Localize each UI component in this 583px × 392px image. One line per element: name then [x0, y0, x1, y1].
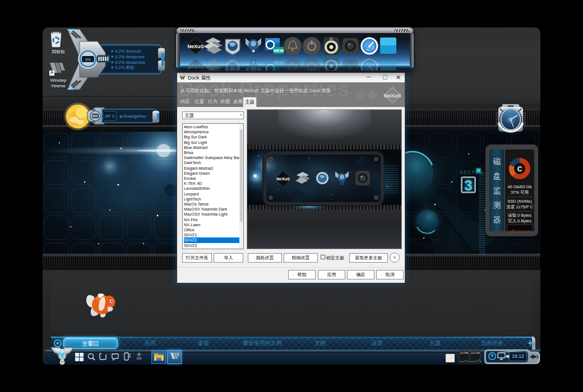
- svg-text:NeXuS: NeXuS: [187, 44, 203, 49]
- svg-text:✦ 0.2% 系统: ✦ 0.2% 系统: [110, 65, 135, 70]
- svg-text:✦ 0.2% Wsservice: ✦ 0.2% Wsservice: [110, 60, 145, 65]
- svg-text:✦ 0.2% Wmiprvse: ✦ 0.2% Wmiprvse: [110, 54, 145, 59]
- svg-text:C: C: [517, 165, 522, 173]
- svg-text:◈: ◈: [119, 114, 123, 118]
- svg-text:6%: 6%: [85, 58, 91, 62]
- svg-text:NEW: NEW: [274, 48, 284, 53]
- svg-text:NeXuS: NeXuS: [276, 176, 290, 181]
- svg-text:✦ 0.2% Svchost: ✦ 0.2% Svchost: [110, 49, 141, 54]
- svg-text:Guangzhou: Guangzhou: [123, 114, 146, 119]
- svg-text:28º C: 28º C: [105, 114, 115, 119]
- svg-text:NeXuS: NeXuS: [384, 92, 401, 99]
